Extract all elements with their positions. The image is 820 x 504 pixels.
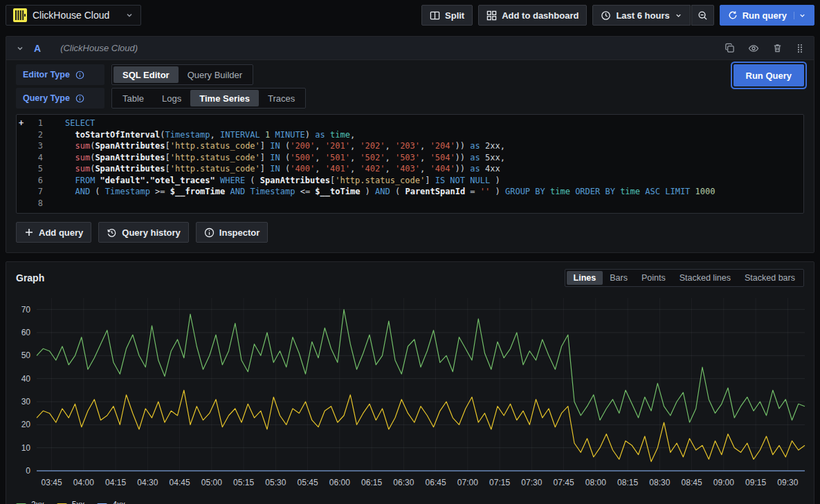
- y-tick-label: 40: [21, 374, 31, 384]
- collapse-chevron-icon[interactable]: [16, 44, 24, 53]
- zoom-out-time-button[interactable]: [691, 5, 714, 26]
- x-tick-label: 09:30: [777, 478, 798, 487]
- editor-type-toggle: SQL EditorQuery Builder: [111, 64, 253, 85]
- x-tick-label: 06:45: [426, 478, 446, 487]
- x-tick-label: 09:00: [713, 478, 734, 487]
- query-type-traces[interactable]: Traces: [259, 90, 304, 106]
- clock-icon: [601, 10, 611, 21]
- drag-handle-icon[interactable]: [796, 43, 804, 54]
- x-tick-label: 05:30: [265, 478, 286, 487]
- graph-mode-stacked-bars[interactable]: Stacked bars: [738, 271, 802, 285]
- x-tick-label: 07:00: [457, 478, 478, 487]
- code-line-1: +1SELECT: [17, 118, 801, 129]
- add-to-dashboard-button[interactable]: Add to dashboard: [478, 5, 587, 26]
- info-icon[interactable]: [75, 71, 84, 80]
- code-line-content: sum(SpanAttributes['http.status_code'] I…: [65, 140, 505, 152]
- x-tick-label: 06:00: [329, 478, 350, 487]
- duplicate-query-button[interactable]: [725, 43, 735, 53]
- line-number: 8: [26, 198, 43, 209]
- x-tick-label: 08:15: [617, 478, 638, 487]
- y-tick-label: 30: [21, 397, 31, 407]
- query-editor-panel: A (ClickHouse Cloud) Editor Type: [6, 36, 814, 253]
- run-query-button[interactable]: Run Query: [734, 64, 804, 86]
- query-datasource-hint: (ClickHouse Cloud): [60, 43, 138, 53]
- query-history-label: Query history: [122, 227, 181, 238]
- line-number: 6: [26, 175, 43, 187]
- code-line-content: sum(SpanAttributes['http.status_code'] I…: [65, 163, 500, 175]
- split-label: Split: [445, 10, 464, 21]
- hide-query-eye-button[interactable]: [748, 43, 759, 54]
- legend-label-4xx: 4xx: [112, 500, 125, 504]
- code-line-content: SELECT: [65, 118, 95, 129]
- code-line-content: FROM "default"."otel_traces" WHERE ( Spa…: [65, 175, 500, 187]
- x-tick-label: 07:30: [521, 478, 542, 487]
- code-line-content: AND ( Timestamp >= $__fromTime AND Times…: [65, 186, 715, 198]
- inspector-label: Inspector: [219, 227, 260, 238]
- graph-mode-bars[interactable]: Bars: [603, 271, 635, 285]
- line-number: 3: [26, 140, 43, 152]
- line-number: 1: [26, 118, 43, 129]
- x-tick-label: 05:15: [233, 478, 254, 487]
- line-number: 7: [26, 186, 43, 198]
- code-line-7: 7 AND ( Timestamp >= $__fromTime AND Tim…: [17, 186, 801, 198]
- chart-canvas: 03:4504:0004:1504:3004:4505:0005:1505:30…: [12, 291, 808, 498]
- legend-item-4xx[interactable]: 4xx: [97, 500, 125, 504]
- x-tick-label: 03:45: [42, 478, 62, 487]
- time-range-picker[interactable]: Last 6 hours: [592, 5, 690, 26]
- code-line-4: 4 sum(SpanAttributes['http.status_code']…: [17, 152, 801, 164]
- editor-type-label: Editor Type: [23, 70, 70, 80]
- split-button[interactable]: Split: [421, 5, 473, 26]
- query-row-header[interactable]: A (ClickHouse Cloud): [6, 37, 814, 60]
- inspector-button[interactable]: Inspector: [196, 222, 268, 243]
- code-line-6: 6 FROM "default"."otel_traces" WHERE ( S…: [17, 175, 801, 187]
- code-line-2: 2 toStartOfInterval(Timestamp, INTERVAL …: [17, 129, 801, 141]
- datasource-picker[interactable]: ClickHouse Cloud: [6, 5, 141, 26]
- x-tick-label: 04:30: [137, 478, 158, 487]
- query-type-time-series[interactable]: Time Series: [190, 90, 259, 106]
- x-tick-label: 04:15: [105, 478, 126, 487]
- x-tick-label: 05:45: [298, 478, 318, 487]
- editor-type-query-builder[interactable]: Query Builder: [179, 66, 251, 83]
- query-type-logs[interactable]: Logs: [153, 90, 190, 106]
- editor-type-sql-editor[interactable]: SQL Editor: [113, 66, 179, 83]
- delete-query-trash-button[interactable]: [772, 43, 783, 53]
- line-number: 4: [26, 152, 43, 164]
- dashboard-grid-icon: [486, 10, 497, 21]
- code-fold-plus-icon[interactable]: +: [19, 118, 24, 129]
- explore-toolbar: ClickHouse Cloud Split Add to dashboard …: [0, 0, 820, 30]
- legend-item-2xx[interactable]: 2xx: [16, 500, 44, 504]
- x-tick-label: 08:45: [682, 478, 702, 487]
- plus-icon: [24, 227, 34, 237]
- query-type-table[interactable]: Table: [113, 90, 153, 106]
- code-line-content: sum(SpanAttributes['http.status_code'] I…: [65, 152, 505, 164]
- time-series-chart[interactable]: 03:4504:0004:1504:3004:4505:0005:1505:30…: [12, 291, 808, 498]
- x-tick-label: 07:15: [489, 478, 510, 487]
- sql-editor[interactable]: +1SELECT2 toStartOfInterval(Timestamp, I…: [16, 114, 804, 214]
- x-tick-label: 05:00: [201, 478, 222, 487]
- x-tick-label: 08:00: [585, 478, 606, 487]
- x-tick-label: 04:45: [170, 478, 190, 487]
- x-tick-label: 09:15: [745, 478, 766, 487]
- chevron-down-icon: [794, 12, 806, 19]
- y-tick-label: 50: [21, 351, 31, 360]
- run-query-toolbar-button[interactable]: Run query: [720, 5, 814, 26]
- query-type-label-box: Query Type: [16, 88, 104, 109]
- graph-mode-lines[interactable]: Lines: [567, 271, 603, 285]
- time-range-label: Last 6 hours: [616, 10, 669, 21]
- graph-title: Graph: [16, 272, 44, 283]
- graph-mode-points[interactable]: Points: [635, 271, 673, 285]
- info-icon[interactable]: [75, 94, 84, 103]
- query-history-button[interactable]: Query history: [98, 222, 189, 243]
- y-tick-label: 10: [21, 443, 31, 453]
- add-query-button[interactable]: Add query: [16, 222, 91, 243]
- legend-label-5xx: 5xx: [72, 500, 85, 504]
- line-number: 2: [26, 129, 43, 141]
- legend-item-5xx[interactable]: 5xx: [57, 500, 85, 504]
- query-type-label: Query Type: [23, 93, 70, 103]
- graph-mode-stacked-lines[interactable]: Stacked lines: [673, 271, 738, 285]
- x-tick-label: 08:30: [649, 478, 670, 487]
- zoom-out-icon: [698, 10, 708, 21]
- series-line-2xx: [37, 310, 805, 422]
- x-tick-label: 06:15: [361, 478, 382, 487]
- clickhouse-logo-icon: [13, 8, 27, 22]
